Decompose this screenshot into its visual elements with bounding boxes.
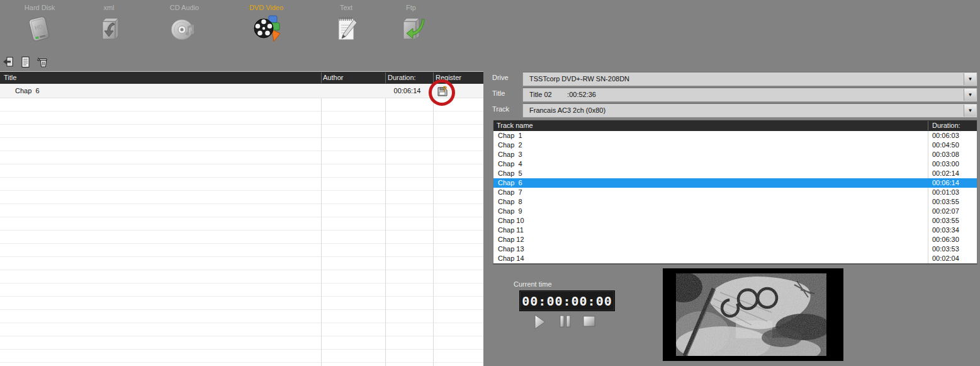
track-select[interactable]: Francais AC3 2ch (0x80) ▼ — [522, 103, 977, 118]
toolbar-item-text[interactable]: Text — [319, 4, 373, 43]
cd-audio-icon — [169, 13, 200, 43]
track-duration-cell: 00:03:55 — [932, 216, 959, 226]
column-header-track-name[interactable]: Track name — [497, 120, 533, 131]
duration-cell: 00:06:14 — [385, 84, 429, 98]
track-name-cell: Chap 5 — [498, 169, 522, 178]
track-duration-cell: 00:06:03 — [932, 131, 959, 140]
ftp-icon — [396, 13, 426, 43]
video-preview — [663, 268, 843, 361]
time-display: 00:00:00:00 — [519, 290, 615, 311]
tracklist-row[interactable]: Chap 6 00:06:14 — [493, 178, 977, 188]
track-duration-cell: 00:03:34 — [932, 226, 959, 235]
tracklist-row[interactable]: Chap 5 00:02:14 — [493, 169, 977, 178]
table-row[interactable]: Chap 6 00:06:14 ? — [0, 84, 483, 98]
tracklist: Track name Duration: Chap 1 00:06:03 Cha… — [493, 120, 977, 265]
track-duration-cell: 00:03:55 — [932, 197, 959, 207]
title-label: Title — [492, 89, 505, 97]
column-divider[interactable] — [321, 72, 322, 83]
column-header-title[interactable]: Title — [4, 72, 16, 84]
drive-value: TSSTcorp DVD+-RW SN-208DN — [529, 72, 629, 86]
track-name-cell: Chap 14 — [498, 254, 524, 263]
column-header-author[interactable]: Author — [323, 72, 343, 84]
toolbar-item-dvd-video[interactable]: DVD Video — [239, 4, 293, 43]
chevron-down-icon[interactable]: ▼ — [964, 73, 976, 85]
track-label: Track — [492, 105, 509, 113]
tracklist-row[interactable]: Chap 9 00:02:07 — [493, 207, 977, 216]
column-divider[interactable] — [433, 72, 434, 83]
track-value: Francais AC3 2ch (0x80) — [529, 104, 605, 117]
column-header-duration[interactable]: Duration: — [932, 120, 960, 131]
drive-label: Drive — [492, 74, 509, 81]
track-duration-cell: 00:06:14 — [932, 178, 959, 188]
column-divider[interactable] — [928, 121, 928, 130]
column-header-duration[interactable]: Duration: — [388, 72, 416, 84]
toolbar-item-xml[interactable]: xml — [82, 4, 136, 43]
tracklist-row[interactable]: Chap 4 00:03:00 — [493, 159, 977, 169]
play-icon — [533, 314, 547, 329]
chevron-down-icon[interactable]: ▼ — [964, 105, 976, 117]
toolbar-label-xml: xml — [82, 4, 136, 11]
tracklist-row[interactable]: Chap 1 00:06:03 — [493, 131, 977, 140]
track-name-cell: Chap 1 — [498, 131, 522, 140]
column-divider[interactable] — [385, 72, 386, 83]
titles-table: Title Author Duration: Register Chap 6 0… — [0, 71, 483, 366]
stop-button[interactable] — [582, 314, 597, 329]
empty-rows-grid — [0, 98, 483, 366]
tracklist-row[interactable]: Chap 3 00:03:08 — [493, 150, 977, 159]
register-cell[interactable]: ? — [437, 85, 448, 98]
track-name-cell: Chap 7 — [498, 188, 522, 197]
tracklist-header: Track name Duration: — [493, 120, 977, 131]
track-duration-cell: 00:03:08 — [932, 150, 959, 159]
track-duration-cell: 00:04:50 — [932, 140, 959, 150]
chevron-down-icon[interactable]: ▼ — [964, 89, 976, 101]
track-name-cell: Chap 6 — [498, 178, 522, 188]
tracklist-row[interactable]: Chap 11 00:03:34 — [493, 226, 977, 235]
toolbar-item-cd-audio[interactable]: CD Audio — [157, 4, 211, 43]
track-duration-cell: 00:06:30 — [932, 235, 959, 244]
list-toolbar — [3, 56, 48, 68]
toolbar-item-ftp[interactable]: Ftp — [384, 4, 438, 43]
import-icon[interactable] — [3, 56, 14, 68]
column-header-register[interactable]: Register — [436, 72, 461, 84]
title-select[interactable]: Title 02 :00:52:36 ▼ — [522, 88, 977, 102]
grid-vline — [321, 84, 322, 366]
tracklist-row[interactable]: Chap 7 00:01:03 — [493, 188, 977, 197]
tracklist-row[interactable]: Chap 2 00:04:50 — [493, 140, 977, 150]
toolbar-label-cd-audio: CD Audio — [157, 4, 211, 11]
text-icon — [331, 13, 361, 43]
tracklist-row[interactable]: Chap 13 00:03:53 — [493, 244, 977, 254]
track-duration-cell: 00:03:00 — [932, 159, 959, 169]
track-name-cell: Chap 4 — [498, 159, 522, 169]
tracklist-row[interactable]: Chap 14 00:02:04 — [493, 254, 977, 263]
track-name-cell: Chap 9 — [498, 207, 522, 216]
delete-icon[interactable] — [37, 56, 48, 68]
current-time-label: Current time — [514, 280, 552, 288]
toolbar-label-dvd-video: DVD Video — [239, 4, 293, 11]
grid-vline — [385, 84, 386, 366]
dvd-video-icon — [251, 13, 281, 43]
tracklist-rows: Chap 1 00:06:03 Chap 2 00:04:50 Chap 3 0… — [493, 131, 977, 263]
tracklist-row[interactable]: Chap 12 00:06:30 — [493, 235, 977, 244]
track-name-cell: Chap 3 — [498, 150, 522, 159]
document-icon[interactable] — [20, 56, 31, 68]
tracklist-row[interactable]: Chap 8 00:03:55 — [493, 197, 977, 207]
toolbar-item-hard-disk[interactable]: Hard Disk HD — [13, 4, 67, 43]
toolbar-label-text: Text — [319, 4, 373, 11]
track-duration-cell: 00:03:53 — [932, 244, 959, 254]
tracklist-row[interactable]: Chap 10 00:03:55 — [493, 216, 977, 226]
title-cell: Chap 6 — [15, 84, 40, 98]
titles-table-header: Title Author Duration: Register — [0, 72, 483, 84]
play-button[interactable] — [532, 314, 548, 329]
svg-text:?: ? — [442, 85, 447, 93]
pause-button[interactable] — [558, 314, 573, 329]
toolbar-label-ftp: Ftp — [384, 4, 438, 11]
track-duration-cell: 00:02:04 — [932, 254, 959, 263]
track-duration-cell: 00:02:14 — [932, 169, 959, 178]
time-digits: 00:00:00:00 — [522, 294, 612, 309]
drive-select[interactable]: TSSTcorp DVD+-RW SN-208DN ▼ — [522, 72, 977, 86]
track-name-cell: Chap 2 — [498, 140, 522, 150]
xml-icon — [94, 13, 124, 43]
track-name-cell: Chap 11 — [498, 226, 524, 235]
track-name-cell: Chap 10 — [498, 216, 524, 226]
application-window: Hard Disk HD xml CD Audio — [0, 0, 980, 366]
